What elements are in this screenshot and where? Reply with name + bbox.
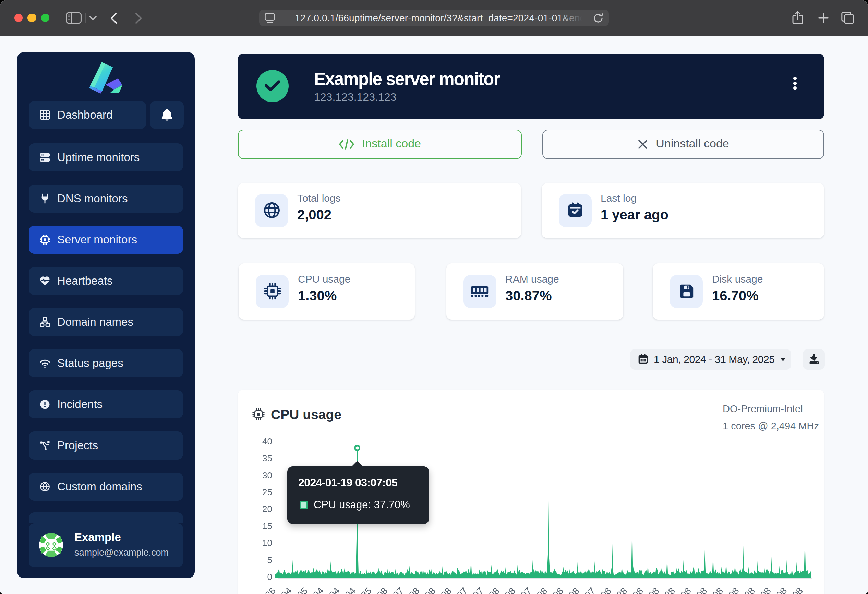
- svg-text:07: 07: [519, 585, 533, 594]
- svg-text:08: 08: [695, 585, 709, 594]
- svg-text:20: 20: [262, 504, 272, 514]
- svg-text:40: 40: [262, 436, 272, 446]
- svg-text:5: 5: [267, 555, 272, 565]
- svg-text:08: 08: [503, 585, 517, 594]
- svg-text:08: 08: [407, 585, 421, 594]
- svg-text:08: 08: [647, 585, 661, 594]
- svg-text:28: 28: [663, 585, 677, 594]
- svg-text:10: 10: [262, 538, 272, 548]
- svg-text:04: 04: [327, 585, 341, 594]
- svg-text:26: 26: [263, 585, 278, 594]
- svg-text:08: 08: [726, 585, 741, 594]
- svg-text:08: 08: [535, 585, 549, 594]
- svg-text:08: 08: [439, 585, 453, 594]
- svg-text:08: 08: [487, 585, 501, 594]
- svg-text:0: 0: [267, 572, 272, 582]
- svg-text:08: 08: [567, 585, 581, 594]
- svg-text:04: 04: [279, 585, 294, 594]
- svg-text:35: 35: [359, 585, 373, 594]
- svg-text:08: 08: [711, 585, 725, 594]
- svg-text:07: 07: [391, 585, 406, 594]
- svg-text:07: 07: [455, 585, 469, 594]
- svg-text:28: 28: [743, 585, 757, 594]
- svg-text:07: 07: [583, 585, 597, 594]
- svg-text:15: 15: [262, 521, 272, 531]
- svg-text:08: 08: [375, 585, 390, 594]
- svg-text:04: 04: [343, 585, 357, 594]
- svg-text:08: 08: [631, 585, 645, 594]
- svg-text:08: 08: [758, 585, 773, 594]
- svg-text:04: 04: [311, 585, 326, 594]
- svg-text:08: 08: [551, 585, 565, 594]
- svg-text:08: 08: [678, 585, 693, 594]
- svg-text:35: 35: [262, 453, 272, 463]
- svg-text:08: 08: [423, 585, 437, 594]
- svg-text:25: 25: [262, 487, 272, 497]
- svg-text:07: 07: [471, 585, 486, 594]
- svg-text:30: 30: [262, 470, 272, 480]
- svg-text:28: 28: [615, 585, 629, 594]
- svg-text:08: 08: [791, 585, 805, 594]
- svg-text:08: 08: [599, 585, 613, 594]
- svg-text:05: 05: [295, 585, 310, 594]
- svg-text:08: 08: [774, 585, 789, 594]
